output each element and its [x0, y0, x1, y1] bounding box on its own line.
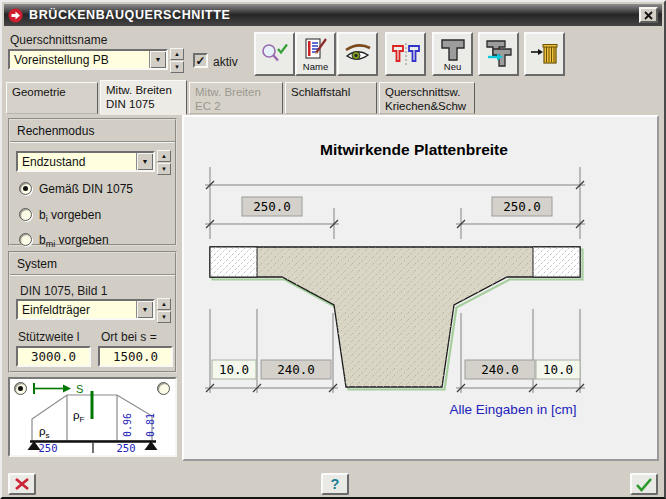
- help-button[interactable]: ?: [321, 473, 349, 495]
- spinner-down-button[interactable]: ▼: [157, 311, 171, 323]
- tab-schlaffstahl[interactable]: Schlaffstahl: [285, 82, 377, 114]
- delete-section-button[interactable]: [524, 32, 565, 76]
- title-bar: BRÜCKENBAUQUERSCHNITTE: [4, 4, 662, 26]
- spinner-down-button[interactable]: ▼: [170, 61, 184, 73]
- svg-text:250.0: 250.0: [503, 199, 541, 214]
- magnifier-check-icon: [260, 40, 290, 68]
- view-button[interactable]: [337, 32, 378, 76]
- svg-text:?: ?: [331, 476, 340, 492]
- dim-bottom-240-left-field[interactable]: 240.0: [261, 360, 331, 379]
- svg-text:250.0: 250.0: [253, 199, 291, 214]
- edit-name-icon: [302, 37, 330, 61]
- system-dropdown[interactable]: Einfeldträger ▼: [16, 299, 155, 320]
- trash-icon: [530, 41, 560, 67]
- system-group: System DIN 1075, Bild 1 Einfeldträger ▼ …: [8, 251, 177, 373]
- dim-bottom-10-right-field[interactable]: 10.0: [536, 360, 580, 379]
- section-name-dropdown[interactable]: Voreinstellung PB ▼: [8, 49, 168, 70]
- section-name-value: Voreinstellung PB: [10, 53, 149, 67]
- ok-check-icon: [635, 477, 653, 492]
- spinner-up-button[interactable]: ▲: [170, 48, 184, 60]
- system-spinner: ▲ ▼: [157, 298, 171, 323]
- radio-gemaess-din1075-label: Gemäß DIN 1075: [39, 182, 133, 196]
- tab-mitw-breiten-ec2[interactable]: Mitw. Breiten EC 2: [189, 82, 283, 114]
- check-section-button[interactable]: [254, 32, 295, 76]
- window-title: BRÜCKENBAUQUERSCHNITTE: [29, 8, 230, 22]
- close-icon: [644, 11, 653, 20]
- dim-bottom-240-right-field[interactable]: 240.0: [465, 360, 535, 379]
- rechenmodus-value: Endzustand: [18, 155, 136, 169]
- rechenmodus-title: Rechenmodus: [10, 120, 175, 141]
- influence-right-radio[interactable]: [157, 382, 170, 395]
- two-t-sections-icon: [391, 41, 421, 67]
- influence-left-radio[interactable]: [14, 382, 27, 395]
- compare-sections-button[interactable]: [385, 32, 426, 76]
- name-button[interactable]: Name: [295, 32, 336, 76]
- radio-bi-vorgeben[interactable]: [19, 208, 32, 221]
- tab-geometrie[interactable]: Geometrie: [6, 82, 98, 114]
- copy-t-section-icon: [483, 39, 515, 69]
- span-label: Stützweite l: [18, 330, 79, 344]
- cancel-x-icon: [14, 477, 30, 491]
- copy-section-button[interactable]: [478, 32, 519, 76]
- dim-bottom-10-left-field[interactable]: 10.0: [212, 360, 256, 379]
- s-axis-label: S: [76, 383, 83, 395]
- location-input[interactable]: 1500.0: [98, 346, 173, 367]
- tab-label-2: DIN 1075: [106, 97, 182, 111]
- spinner-up-button[interactable]: ▲: [157, 150, 171, 162]
- radio-bmi-vorgeben[interactable]: [19, 233, 32, 246]
- ordinate-096: 0.96: [122, 413, 133, 437]
- close-button[interactable]: [639, 7, 658, 23]
- name-button-label: Name: [303, 62, 328, 72]
- system-value: Einfeldträger: [18, 303, 136, 317]
- noneffective-hatch-right: [533, 247, 580, 277]
- ok-button[interactable]: [630, 473, 658, 495]
- eye-icon: [343, 41, 373, 67]
- radio-bi-vorgeben-label: bi vorgeben: [39, 208, 101, 224]
- span-left-label: 250: [39, 442, 58, 454]
- rechenmodus-spinner: ▲ ▼: [157, 150, 171, 175]
- tab-label: Mitw. Breiten: [106, 83, 182, 97]
- rechenmodus-group: Rechenmodus Endzustand ▼ ▲ ▼ Gemäß DIN 1…: [8, 118, 177, 246]
- svg-text:240.0: 240.0: [277, 362, 315, 377]
- new-t-section-icon: [439, 37, 467, 61]
- drawing-panel: Mitwirkende Plattenbreite: [182, 115, 659, 461]
- s-axis-icon: S: [34, 383, 83, 395]
- influence-diagram-box: S ρs ρF 0.96 0.81 250 250: [8, 377, 177, 457]
- dropdown-arrow-icon[interactable]: ▼: [136, 153, 153, 170]
- bridge-cross-section-dialog: BRÜCKENBAUQUERSCHNITTE Querschnittsname …: [0, 0, 666, 499]
- spinner-up-button[interactable]: ▲: [157, 298, 171, 310]
- rechenmodus-dropdown[interactable]: Endzustand ▼: [16, 151, 155, 172]
- location-label: Ort bei s =: [101, 330, 157, 344]
- svg-text:10.0: 10.0: [543, 362, 573, 377]
- norm-label: DIN 1075, Bild 1: [20, 284, 107, 298]
- tab-label: Schlaffstahl: [291, 85, 372, 99]
- dim-top-right-field[interactable]: 250.0: [492, 197, 552, 216]
- settings-panel: Rechenmodus Endzustand ▼ ▲ ▼ Gemäß DIN 1…: [4, 115, 182, 461]
- dropdown-arrow-icon[interactable]: ▼: [136, 301, 153, 318]
- span-input[interactable]: 3000.0: [16, 346, 91, 367]
- divider: [10, 274, 175, 276]
- tab-label-2: EC 2: [195, 99, 278, 113]
- divider: [10, 141, 175, 143]
- section-spinner: ▲ ▼: [170, 48, 184, 73]
- cross-section-drawing: Mitwirkende Plattenbreite: [184, 117, 657, 459]
- spinner-down-button[interactable]: ▼: [157, 163, 171, 175]
- aktiv-checkbox[interactable]: ✓: [193, 53, 208, 68]
- app-icon: [8, 8, 23, 23]
- neu-button-label: Neu: [444, 62, 461, 72]
- dim-top-left-field[interactable]: 250.0: [242, 197, 302, 216]
- cancel-button[interactable]: [8, 473, 36, 495]
- radio-gemaess-din1075[interactable]: [19, 182, 32, 195]
- unit-note: Alle Eingaben in [cm]: [450, 402, 577, 417]
- tab-label-2: Kriechen&Schw: [385, 99, 470, 113]
- influence-diagram: S ρs ρF 0.96 0.81 250 250: [10, 379, 174, 454]
- tab-label: Mitw. Breiten: [195, 85, 278, 99]
- tab-label: Geometrie: [12, 85, 93, 99]
- aktiv-label: aktiv: [213, 55, 238, 69]
- tab-querschnittswerte[interactable]: Querschnittsw. Kriechen&Schw: [379, 82, 475, 114]
- dropdown-arrow-icon[interactable]: ▼: [149, 51, 166, 68]
- span-right-label: 250: [117, 442, 136, 454]
- tab-mitw-breiten-din1075[interactable]: Mitw. Breiten DIN 1075: [100, 80, 187, 115]
- new-section-button[interactable]: Neu: [432, 32, 473, 76]
- system-title: System: [10, 253, 175, 274]
